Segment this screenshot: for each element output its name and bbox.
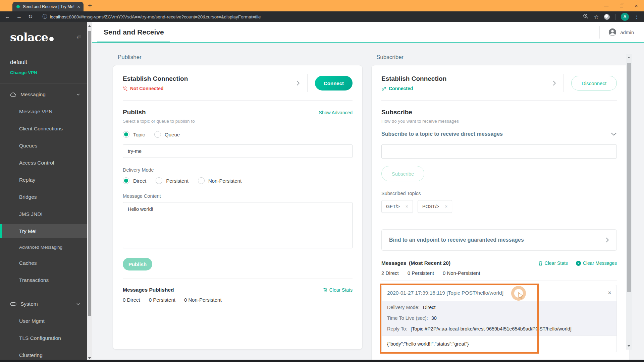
clear-messages-icon: × <box>576 261 581 266</box>
scroll-down-arrow-icon[interactable] <box>88 357 91 359</box>
topic-chip[interactable]: GET/> × <box>381 200 413 213</box>
messages-head: Messages (Most Recent 20) Clear Stats × … <box>381 260 617 266</box>
message-tile[interactable]: 2020-01-27 17:39:16:119 [Topic POST/hell… <box>381 285 617 352</box>
connection-status-text: Connected <box>389 86 413 91</box>
chip-remove-icon[interactable]: × <box>445 204 447 209</box>
chevron-right-icon[interactable] <box>297 80 300 86</box>
window-minimize-button[interactable]: — <box>604 4 608 8</box>
message-content-textarea[interactable]: Hello world! <box>123 202 353 248</box>
zoom-page-icon[interactable] <box>583 13 589 20</box>
publisher-section-label: Publisher <box>113 54 363 61</box>
connect-button[interactable]: Connect <box>315 76 353 90</box>
bookmark-star-icon[interactable]: ☆ <box>594 14 599 20</box>
sidebar-group-system[interactable]: System <box>0 296 87 312</box>
sidebar-item-caches[interactable]: Caches <box>0 254 87 272</box>
message-tile-header[interactable]: 2020-01-27 17:39:16:119 [Topic POST/hell… <box>382 285 616 301</box>
topic-chip-label: GET/> <box>386 204 400 209</box>
message-close-icon[interactable]: × <box>608 290 611 296</box>
sidebar-item-user-mgmt[interactable]: User Mgmt <box>0 312 87 329</box>
publisher-column: Publisher Establish Connection Not Conne… <box>113 54 363 362</box>
sidebar-item-transactions[interactable]: Transactions <box>0 272 87 289</box>
message-field-row: Delivery Mode: Direct <box>382 302 616 313</box>
site-info-icon[interactable]: ⓘ <box>42 14 47 20</box>
topic-radio[interactable] <box>123 131 129 138</box>
sidebar-item-client-connections[interactable]: Client Connections <box>0 120 87 137</box>
non-persistent-radio[interactable] <box>198 177 205 184</box>
back-icon[interactable]: ← <box>5 14 10 19</box>
new-tab-button[interactable]: + <box>88 1 92 10</box>
user-menu[interactable]: admin <box>608 28 634 36</box>
publish-section-head: Publish Show Advanced <box>123 109 353 116</box>
show-advanced-link[interactable]: Show Advanced <box>319 110 353 115</box>
sidebar-item-access-control[interactable]: Access Control <box>0 154 87 171</box>
subscriber-column: Subscriber Establish Connection Connecte… <box>371 54 629 362</box>
scroll-up-arrow-icon[interactable] <box>88 25 91 27</box>
window-restore-button[interactable] <box>620 4 623 7</box>
publish-topic-input[interactable]: try-me <box>123 144 353 158</box>
header-user-area: admin <box>599 26 634 39</box>
disconnect-button[interactable]: Disconnect <box>571 76 617 90</box>
scrollbar-thumb[interactable] <box>627 63 631 292</box>
topic-chip[interactable]: POST/> × <box>418 200 452 213</box>
field-value: [Topic #P2P/v:aa-local-broke/#rest-9659b… <box>411 326 572 331</box>
browser-menu-icon[interactable]: ⋮ <box>634 14 639 20</box>
sidebar-item-message-vpn[interactable]: Message VPN <box>0 103 87 120</box>
subscriber-counts: 2 Direct 0 Persistent 0 Non-Persistent <box>381 270 617 276</box>
chevron-right-icon[interactable] <box>553 80 556 86</box>
queue-radio[interactable] <box>154 131 161 138</box>
subscribe-button[interactable]: Subscribe <box>381 166 424 181</box>
sidebar-collapse-icon[interactable]: ‹≡ <box>76 34 80 41</box>
browser-profile-avatar[interactable]: A <box>621 13 629 21</box>
sidebar-item-queues[interactable]: Queues <box>0 137 87 154</box>
scroll-up-arrow-icon[interactable] <box>628 57 630 58</box>
publish-button[interactable]: Publish <box>123 258 152 270</box>
field-label: Time To Live (sec): <box>387 315 428 321</box>
scrollbar-thumb[interactable] <box>88 31 91 316</box>
reload-icon[interactable]: ↻ <box>28 14 33 19</box>
message-content-label: Message Content <box>123 193 353 199</box>
sidebar-item-bridges[interactable]: Bridges <box>0 188 87 205</box>
subscribed-topics-label: Subscribed Topics <box>381 191 617 196</box>
topic-radio-label[interactable]: Topic <box>133 132 145 137</box>
change-vpn-link[interactable]: Change VPN <box>10 70 80 75</box>
scroll-down-arrow-icon[interactable] <box>628 345 630 347</box>
publisher-connection-row: Establish Connection Not Connected Conne… <box>123 74 353 92</box>
subscriber-card: Establish Connection Connected Disconnec… <box>371 65 629 362</box>
browser-tab[interactable]: Send and Receive | Try Me! × <box>12 2 84 11</box>
sidebar-scrollbar[interactable] <box>87 22 92 362</box>
persistent-radio[interactable] <box>156 177 162 184</box>
field-value: 30 <box>431 315 437 321</box>
main-scrollbar[interactable] <box>626 54 632 350</box>
chevron-right-icon <box>606 237 609 243</box>
sidebar-item-advanced-messaging[interactable]: Advanced Messaging <box>0 240 87 254</box>
tab-close-icon[interactable]: × <box>77 4 80 9</box>
clear-messages-link[interactable]: × Clear Messages <box>576 260 617 266</box>
non-persistent-radio-label[interactable]: Non-Persistent <box>208 178 241 184</box>
sidebar-item-tls-configuration[interactable]: TLS Configuration <box>0 329 87 347</box>
count-direct: 0 Direct <box>123 297 140 303</box>
sidebar-item-try-me[interactable]: Try Me! <box>0 224 87 238</box>
chevron-down-icon[interactable] <box>611 132 617 136</box>
forward-icon[interactable]: → <box>16 14 22 19</box>
publisher-connection-actions: Connect <box>297 74 353 92</box>
clear-stats-link[interactable]: Clear Stats <box>323 287 353 293</box>
bind-endpoint-card[interactable]: Bind to an endpoint to receive guarantee… <box>381 229 617 251</box>
address-bar[interactable]: localhost:8080/#/msg-vpns/ZGVmYXVsdA==/t… <box>50 14 261 19</box>
direct-radio[interactable] <box>123 177 129 184</box>
subscribe-topic-input[interactable] <box>381 144 617 159</box>
window-close-button[interactable]: × <box>635 3 638 9</box>
sidebar-item-replay[interactable]: Replay <box>0 171 87 188</box>
subscribe-direct-row[interactable]: Subscribe to a topic to receive direct m… <box>381 131 617 137</box>
sidebar-item-jms-jndi[interactable]: JMS JNDI <box>0 205 87 223</box>
extension-icon[interactable] <box>604 14 610 20</box>
queue-radio-label[interactable]: Queue <box>165 132 180 137</box>
persistent-radio-label[interactable]: Persistent <box>166 178 189 184</box>
chip-remove-icon[interactable]: × <box>406 204 408 209</box>
delivery-mode-label: Delivery Mode <box>123 167 353 173</box>
user-name: admin <box>620 29 634 35</box>
clear-stats-link[interactable]: Clear Stats <box>538 260 568 266</box>
messages-subtitle: (Most Recent 20) <box>409 260 450 266</box>
direct-radio-label[interactable]: Direct <box>133 178 146 184</box>
subscriber-connection-actions: Disconnect <box>553 74 617 92</box>
sidebar-group-messaging[interactable]: Messaging <box>0 86 87 103</box>
